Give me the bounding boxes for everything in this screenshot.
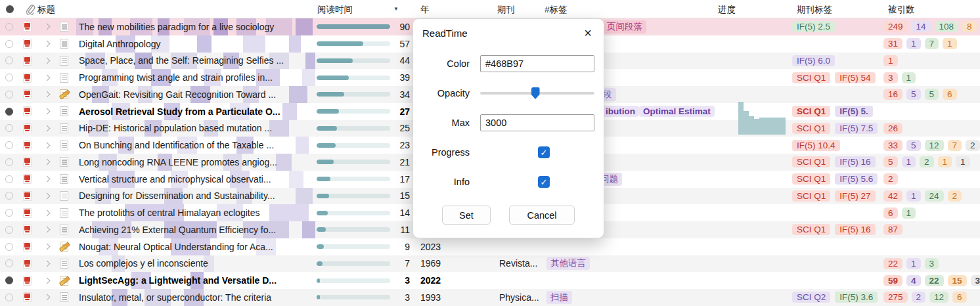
sort-descending-icon[interactable]: ▼ bbox=[393, 6, 399, 12]
citation-count-badge: 6 bbox=[943, 89, 957, 100]
chevron-right-icon[interactable] bbox=[44, 244, 51, 250]
reading-heat-segment bbox=[269, 204, 309, 221]
journal-tag-badge: SCI Q1 bbox=[792, 190, 830, 202]
chevron-right-icon[interactable] bbox=[44, 108, 51, 115]
pdf-attachment-icon bbox=[23, 225, 32, 234]
pdf-attachment-icon bbox=[23, 89, 32, 99]
read-status-circle-icon[interactable] bbox=[5, 243, 13, 251]
chevron-right-icon[interactable] bbox=[44, 294, 51, 301]
circle-icon[interactable] bbox=[6, 5, 14, 13]
info-label: Info bbox=[422, 177, 470, 187]
read-status-circle-icon[interactable] bbox=[5, 108, 13, 116]
citation-count-badge: 2 bbox=[966, 140, 980, 151]
column-header-year[interactable]: 年 bbox=[420, 4, 430, 16]
read-time-value: 9 bbox=[393, 238, 411, 255]
journal-tag-badge: IF(5) 5. bbox=[835, 106, 873, 117]
max-label: Max bbox=[422, 118, 470, 128]
read-time-bar bbox=[315, 69, 393, 86]
read-time-bar bbox=[315, 221, 393, 238]
read-status-circle-icon[interactable] bbox=[5, 124, 13, 132]
read-status-circle-icon[interactable] bbox=[5, 74, 13, 81]
read-status-circle-icon[interactable] bbox=[5, 23, 13, 31]
citation-count-badge: 26 bbox=[883, 123, 902, 134]
citation-count-badge: 1 bbox=[883, 55, 898, 66]
table-row[interactable]: Insulator, metal, or superconductor: The… bbox=[0, 289, 980, 306]
read-status-circle-icon[interactable] bbox=[5, 226, 13, 234]
column-header-progress[interactable]: 进度 bbox=[718, 4, 736, 16]
journal-tag-badge: IF(5) 5.6 bbox=[835, 173, 878, 185]
table-row[interactable]: Los complejos y el inconsciente 7 1969 R… bbox=[0, 255, 980, 273]
close-icon[interactable]: × bbox=[581, 27, 594, 39]
chevron-right-icon[interactable] bbox=[44, 74, 51, 81]
chevron-right-icon[interactable] bbox=[44, 57, 51, 64]
max-input[interactable] bbox=[480, 114, 594, 131]
item-title: OpenGait: Revisiting Gait Recognition To… bbox=[79, 89, 276, 100]
citations-cell: 59422153 bbox=[880, 272, 980, 289]
read-time-value: 3 bbox=[393, 289, 411, 306]
read-time-bar bbox=[315, 289, 393, 306]
set-button[interactable]: Set bbox=[442, 206, 491, 225]
reading-heat-segment bbox=[289, 171, 303, 188]
reading-heat-segment bbox=[296, 188, 313, 205]
column-header-journal-tags[interactable]: 期刊标签 bbox=[797, 4, 832, 16]
table-row[interactable]: Nougat: Neural Optical Understanding for… bbox=[0, 238, 980, 255]
read-status-circle-icon[interactable] bbox=[5, 40, 13, 48]
document-icon bbox=[60, 174, 68, 184]
chevron-right-icon[interactable] bbox=[44, 192, 51, 199]
chevron-right-icon[interactable] bbox=[44, 260, 51, 267]
opacity-slider[interactable] bbox=[480, 87, 594, 99]
citations-cell: 2213 bbox=[880, 255, 980, 273]
read-status-circle-icon[interactable] bbox=[5, 175, 13, 183]
read-status-circle-icon[interactable] bbox=[5, 192, 13, 200]
cancel-button[interactable]: Cancel bbox=[509, 206, 575, 225]
citation-count-badge: 3 bbox=[925, 258, 939, 269]
paperclip-icon[interactable] bbox=[25, 3, 35, 17]
tags-cell: 扫描 bbox=[544, 289, 706, 306]
journal-tag-badge: SCI Q1 bbox=[792, 72, 830, 83]
chevron-right-icon[interactable] bbox=[44, 159, 51, 165]
chevron-right-icon[interactable] bbox=[44, 24, 51, 30]
color-input[interactable] bbox=[480, 55, 594, 72]
read-status-circle-icon[interactable] bbox=[5, 158, 13, 166]
column-header-tags[interactable]: #标签 bbox=[545, 4, 568, 16]
read-status-circle-icon[interactable] bbox=[5, 294, 13, 301]
read-status-circle-icon[interactable] bbox=[5, 259, 13, 267]
table-row[interactable]: LightSecAgg: a Lightweight and Versatile… bbox=[0, 272, 980, 289]
chevron-right-icon[interactable] bbox=[44, 142, 51, 148]
chevron-right-icon[interactable] bbox=[44, 227, 51, 233]
journal-tags-cell: SCI Q1IF(5) 5. bbox=[788, 103, 880, 120]
journal-tag-badge: IF(5) 27 bbox=[835, 190, 875, 202]
progress-checkbox[interactable]: ✓ bbox=[538, 146, 550, 158]
journal-value bbox=[497, 238, 544, 255]
citation-count-badge: 1 bbox=[938, 156, 952, 167]
read-time-value: 3 bbox=[393, 272, 411, 289]
tags-cell bbox=[544, 272, 706, 289]
read-status-circle-icon[interactable] bbox=[5, 209, 13, 217]
column-header-citations[interactable]: 被引数 bbox=[888, 4, 915, 16]
citations-cell bbox=[880, 103, 980, 120]
citation-count-badge: 15 bbox=[948, 275, 967, 286]
read-time-bar bbox=[315, 86, 393, 103]
document-icon bbox=[60, 73, 68, 83]
chevron-right-icon[interactable] bbox=[44, 91, 51, 98]
read-status-circle-icon[interactable] bbox=[5, 276, 13, 284]
read-status-circle-icon[interactable] bbox=[5, 56, 13, 64]
read-status-circle-icon[interactable] bbox=[5, 91, 13, 98]
item-title: The protoliths of central Himalayan eclo… bbox=[79, 208, 259, 218]
progress-cell bbox=[706, 221, 788, 238]
chevron-right-icon[interactable] bbox=[44, 176, 51, 183]
chevron-right-icon[interactable] bbox=[44, 125, 51, 131]
chevron-right-icon[interactable] bbox=[44, 277, 51, 284]
column-header-read-time[interactable]: 阅读时间 bbox=[317, 4, 353, 16]
read-status-circle-icon[interactable] bbox=[5, 141, 13, 149]
chevron-right-icon[interactable] bbox=[44, 41, 51, 47]
chevron-right-icon[interactable] bbox=[44, 209, 51, 216]
opacity-slider-thumb[interactable] bbox=[531, 87, 540, 99]
reading-heat-segment bbox=[243, 35, 265, 53]
citations-cell: 2752126 bbox=[880, 289, 980, 306]
progress-cell bbox=[706, 69, 788, 86]
column-header-title[interactable]: 标题 bbox=[37, 4, 55, 16]
info-checkbox[interactable]: ✓ bbox=[538, 176, 550, 188]
column-header-journal[interactable]: 期刊 bbox=[497, 4, 515, 16]
read-time-bar bbox=[315, 103, 393, 120]
